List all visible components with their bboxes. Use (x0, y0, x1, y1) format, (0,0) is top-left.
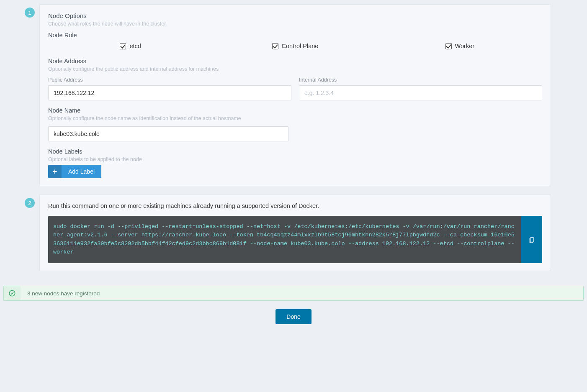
step-1: 1 Node Options Choose what roles the nod… (39, 4, 585, 186)
checkbox-icon[interactable] (120, 43, 126, 49)
run-command-panel: Run this command on one or more existing… (39, 195, 551, 271)
node-address-sub: Optionally configure the public address … (48, 66, 542, 72)
internal-address-field: Internal Address (299, 77, 542, 100)
notification-text: 3 new nodes have registered (21, 290, 106, 297)
svg-rect-0 (530, 237, 534, 242)
node-name-field (48, 126, 288, 141)
add-label-text: Add Label (62, 168, 101, 175)
role-etcd[interactable]: etcd (48, 43, 213, 49)
node-role-row: etcd Control Plane Worker (48, 43, 542, 49)
role-control-label: Control Plane (282, 43, 319, 49)
node-options-panel: Node Options Choose what roles the node … (39, 4, 551, 186)
notification-banner: 3 new nodes have registered (3, 286, 584, 301)
plus-icon: + (48, 165, 62, 178)
command-text: sudo docker run -d --privileged --restar… (48, 216, 521, 263)
node-name-header: Node Name (48, 107, 542, 114)
add-label-button[interactable]: + Add Label (48, 165, 101, 178)
clipboard-icon (528, 236, 535, 243)
svg-point-1 (9, 290, 15, 296)
node-labels-header: Node Labels (48, 148, 542, 155)
node-labels-sub: Optional labels to be applied to the nod… (48, 156, 542, 162)
done-button[interactable]: Done (275, 309, 311, 324)
internal-address-label: Internal Address (299, 77, 542, 83)
step-badge-1: 1 (25, 8, 35, 18)
role-worker-label: Worker (455, 43, 474, 49)
node-address-header: Node Address (48, 58, 542, 64)
public-address-field: Public Address (48, 77, 291, 100)
node-options-subtitle: Choose what roles the node will have in … (48, 21, 542, 27)
role-control-plane[interactable]: Control Plane (213, 43, 377, 49)
role-worker[interactable]: Worker (378, 43, 542, 49)
success-icon (4, 286, 21, 300)
checkbox-icon[interactable] (272, 43, 278, 49)
node-role-header: Node Role (48, 32, 542, 38)
run-command-text: Run this command on one or more existing… (48, 202, 542, 209)
internal-address-input[interactable] (299, 85, 542, 100)
command-box: sudo docker run -d --privileged --restar… (48, 216, 542, 263)
public-address-input[interactable] (48, 85, 291, 100)
step-2: 2 Run this command on one or more existi… (39, 195, 585, 271)
node-name-sub: Optionally configure the node name as id… (48, 115, 542, 121)
role-etcd-label: etcd (129, 43, 141, 49)
public-address-label: Public Address (48, 77, 291, 83)
copy-button[interactable] (521, 216, 542, 263)
checkbox-icon[interactable] (445, 43, 452, 49)
node-name-input[interactable] (48, 126, 288, 141)
step-badge-2: 2 (25, 198, 35, 208)
node-options-title: Node Options (48, 12, 542, 19)
